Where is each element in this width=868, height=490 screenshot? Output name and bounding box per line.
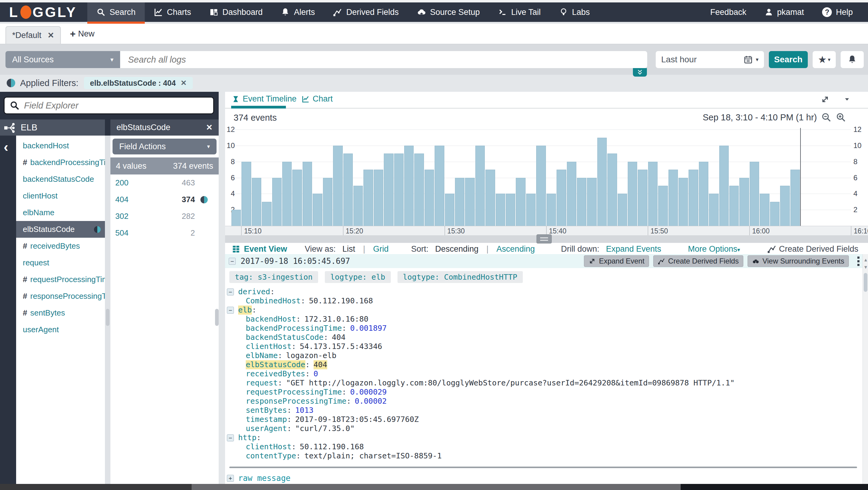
scrollbar-thumb[interactable] (864, 273, 867, 292)
collapse-icon[interactable]: − (227, 289, 234, 295)
zoom-in-icon[interactable] (836, 112, 846, 123)
json-value[interactable]: 54.173.157.5:43346 (300, 342, 382, 351)
json-key[interactable]: userAgent (246, 424, 287, 433)
nav-source-setup[interactable]: Source Setup (408, 2, 489, 22)
histogram-bar[interactable] (679, 178, 688, 226)
json-value[interactable]: 50.112.190.168 (300, 442, 364, 451)
json-value[interactable]: 0 (314, 369, 318, 379)
histogram-bar[interactable] (547, 194, 556, 226)
scroll-up-icon[interactable]: ▲ (863, 258, 867, 262)
nav-labs[interactable]: Labs (550, 2, 599, 22)
tab-chart[interactable]: Chart (302, 94, 333, 104)
json-key[interactable]: sentBytes (246, 406, 287, 415)
sidebar-field-elbName[interactable]: elbName (16, 204, 105, 221)
json-key[interactable]: elbStatusCode (246, 360, 305, 369)
scroll-down-icon[interactable]: ▼ (863, 265, 867, 269)
json-key[interactable]: backendProcessingTime (246, 324, 342, 333)
create-derived-fields-link[interactable]: Create Derived Fields (767, 244, 858, 254)
histogram-bar[interactable] (313, 194, 322, 226)
histogram-bar[interactable] (780, 186, 789, 226)
histogram-bar[interactable] (374, 170, 383, 226)
histogram-bar[interactable] (394, 154, 404, 226)
histogram-bar[interactable] (557, 170, 566, 226)
histogram-bar[interactable] (486, 170, 495, 226)
value-panel-scrollbar[interactable] (215, 309, 219, 326)
histogram-bar[interactable] (353, 186, 363, 226)
tab-close-icon[interactable]: ✕ (48, 31, 54, 40)
json-value[interactable]: logazon-elb (286, 351, 336, 360)
sort-ascending[interactable]: Ascending (496, 244, 535, 254)
nav-feedback[interactable]: Feedback (701, 2, 755, 22)
histogram-bar[interactable] (750, 162, 759, 226)
sort-descending[interactable]: Descending (435, 244, 479, 254)
search-input[interactable] (128, 55, 639, 65)
nav-user[interactable]: pkamat (755, 2, 813, 22)
histogram-bar[interactable] (658, 186, 668, 226)
json-key[interactable]: timestamp (246, 415, 287, 424)
event-view-label[interactable]: Event View (232, 244, 287, 254)
view-as-grid[interactable]: Grid (373, 244, 389, 254)
value-panel-close-icon[interactable]: ✕ (206, 123, 213, 132)
nav-alerts[interactable]: Alerts (272, 2, 324, 22)
create-derived-fields-button[interactable]: Create Derived Fields (653, 255, 743, 267)
histogram-bar[interactable] (719, 145, 729, 226)
sidebar-field-request[interactable]: request (16, 254, 105, 271)
field-list-scrollbar[interactable] (106, 309, 110, 326)
json-key[interactable]: responseProcessingTime (246, 397, 346, 406)
json-key[interactable]: clientHost (246, 442, 292, 451)
search-button[interactable]: Search (769, 51, 808, 68)
event-tag-chip[interactable]: tag: s3-ingestion (229, 271, 318, 283)
json-value[interactable]: "GET http://logazon.loggly.com:80/loggly… (286, 379, 735, 388)
json-value[interactable]: 0.001897 (350, 324, 386, 333)
histogram-bar[interactable] (536, 145, 546, 226)
json-value[interactable]: 404 (314, 360, 327, 369)
collapse-event-icon[interactable]: − (229, 258, 236, 265)
sidebar-field-backendProcessingTime[interactable]: #backendProcessingTime (16, 154, 105, 171)
histogram-scroll-handle[interactable] (536, 234, 552, 243)
json-value[interactable]: 2017-09-18T23:05:45.697760Z (295, 415, 419, 424)
filter-chip[interactable]: elb.elbStatusCode : 404 ✕ (84, 77, 193, 89)
histogram-bar[interactable] (709, 194, 718, 226)
view-surrounding-events-button[interactable]: View Surrounding Events (748, 255, 849, 267)
histogram-bar[interactable] (323, 178, 333, 226)
histogram-bar[interactable] (272, 178, 282, 226)
collapse-icon[interactable]: − (227, 434, 234, 442)
json-value[interactable]: text/plain; charset=ISO-8859-1 (304, 451, 442, 460)
histogram-bar[interactable] (669, 170, 678, 226)
json-key[interactable]: elb (238, 305, 252, 315)
histogram-bar[interactable] (343, 154, 353, 226)
json-key[interactable]: backendHost (246, 315, 296, 324)
zoom-out-icon[interactable] (821, 112, 832, 123)
kebab-menu-icon[interactable] (857, 257, 860, 266)
sidebar-field-elbStatusCode[interactable]: elbStatusCode (16, 221, 105, 238)
histogram-bar[interactable] (739, 178, 749, 226)
histogram-bar[interactable] (282, 162, 292, 226)
nav-live-tail[interactable]: Live Tail (489, 2, 550, 22)
json-value[interactable]: 0.00002 (354, 397, 386, 406)
histogram-bar[interactable] (455, 178, 464, 226)
value-row-404[interactable]: 404374 (111, 191, 219, 208)
json-key[interactable]: contentType (246, 451, 296, 460)
histogram-bar[interactable] (790, 170, 800, 226)
filter-toggle-icon[interactable] (7, 79, 15, 87)
histogram-bar[interactable] (729, 186, 739, 226)
json-key[interactable]: CombinedHost (246, 296, 301, 305)
collapse-icon[interactable]: − (227, 307, 234, 314)
raw-message-section[interactable]: +raw message (227, 473, 863, 483)
histogram-bar[interactable] (465, 178, 474, 226)
event-row-header[interactable]: − 2017-09-18 16:05:45.697 Expand EventCr… (225, 254, 863, 268)
histogram-bar[interactable] (414, 154, 424, 226)
expand-panel-icon[interactable] (820, 95, 830, 104)
sidebar-field-receivedBytes[interactable]: #receivedBytes (16, 238, 105, 254)
json-key[interactable]: backendStatusCode (246, 333, 323, 342)
json-key[interactable]: receivedBytes (246, 369, 305, 379)
histogram-bar[interactable] (404, 145, 414, 226)
event-tag-chip[interactable]: logtype: elb (325, 271, 391, 283)
alerts-button[interactable] (841, 51, 864, 68)
histogram-bar[interactable] (607, 154, 617, 226)
histogram-bar[interactable] (577, 178, 586, 226)
value-row-302[interactable]: 302282 (111, 208, 219, 225)
nav-help[interactable]: ? Help (813, 2, 862, 22)
sidebar-field-responseProcessingTim[interactable]: #responseProcessingTim (16, 288, 105, 304)
histogram-bar[interactable] (475, 145, 485, 226)
